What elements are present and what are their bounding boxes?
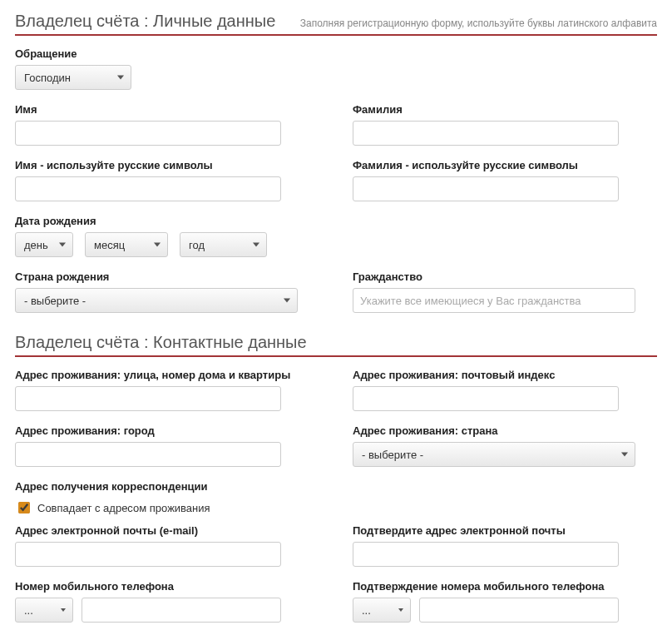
last-name-input[interactable]	[353, 121, 619, 146]
addr-street-label: Адрес проживания: улица, номер дома и кв…	[15, 369, 319, 381]
email-label: Адрес электронной почты (e-mail)	[15, 524, 319, 537]
email-input[interactable]	[15, 542, 281, 567]
salutation-value: Господин	[24, 72, 71, 84]
chevron-down-icon	[61, 608, 66, 612]
mailing-label: Адрес получения корреспонденции	[15, 480, 657, 493]
addr-zip-input[interactable]	[353, 386, 619, 411]
last-name-label: Фамилия	[353, 103, 657, 116]
section-personal-header: Владелец счёта : Личные данные Заполняя …	[15, 12, 657, 36]
dob-label: Дата рождения	[15, 215, 657, 227]
addr-city-input[interactable]	[15, 442, 281, 467]
dob-month-select[interactable]: месяц	[85, 232, 168, 257]
dob-day-value: день	[24, 239, 48, 251]
birth-country-value: - выберите -	[24, 295, 86, 307]
citizenship-input[interactable]	[353, 288, 635, 313]
chevron-down-icon	[621, 453, 628, 457]
birth-country-label: Страна рождения	[15, 270, 319, 283]
dob-day-select[interactable]: день	[15, 232, 73, 257]
last-name-ru-input[interactable]	[353, 176, 619, 201]
phone-code-value: ...	[24, 604, 33, 617]
phone-confirm-code-value: ...	[362, 604, 371, 617]
mailing-same-checkbox[interactable]	[18, 502, 30, 513]
citizenship-label: Гражданство	[353, 270, 657, 283]
first-name-label: Имя	[15, 103, 319, 116]
first-name-input[interactable]	[15, 121, 281, 146]
phone-confirm-code-select[interactable]: ...	[353, 598, 411, 623]
mailing-same-label: Совпадает с адресом проживания	[37, 502, 210, 514]
salutation-label: Обращение	[15, 47, 657, 60]
chevron-down-icon	[284, 299, 290, 303]
phone-code-select[interactable]: ...	[15, 598, 73, 623]
first-name-ru-input[interactable]	[15, 176, 281, 201]
addr-street-input[interactable]	[15, 386, 281, 411]
dob-month-value: месяц	[94, 239, 125, 251]
email-confirm-label: Подтвердите адрес электронной почты	[353, 524, 657, 537]
chevron-down-icon	[253, 243, 259, 247]
phone-confirm-label: Подтверждение номера мобильного телефона	[353, 580, 657, 593]
dob-year-select[interactable]: год	[180, 232, 267, 257]
addr-city-label: Адрес проживания: город	[15, 424, 319, 437]
addr-zip-label: Адрес проживания: почтовый индекс	[353, 369, 657, 381]
section-personal-hint: Заполняя регистрационную форму, использу…	[300, 17, 657, 29]
chevron-down-icon	[154, 243, 161, 247]
chevron-down-icon	[117, 76, 124, 80]
salutation-select[interactable]: Господин	[15, 65, 131, 90]
phone-input[interactable]	[82, 598, 281, 623]
phone-confirm-input[interactable]	[419, 598, 619, 623]
addr-country-select[interactable]: - выберите -	[353, 442, 635, 467]
last-name-ru-label: Фамилия - используйте русские символы	[353, 159, 657, 171]
addr-country-value: - выберите -	[362, 449, 423, 461]
section-contact-title: Владелец счёта : Контактные данные	[15, 333, 307, 352]
phone-label: Номер мобильного телефона	[15, 580, 319, 593]
addr-country-label: Адрес проживания: страна	[353, 424, 657, 437]
chevron-down-icon	[59, 243, 66, 247]
dob-year-value: год	[189, 239, 205, 251]
section-contact-header: Владелец счёта : Контактные данные	[15, 333, 657, 357]
birth-country-select[interactable]: - выберите -	[15, 288, 298, 313]
email-confirm-input[interactable]	[353, 542, 619, 567]
section-personal-title: Владелец счёта : Личные данные	[15, 12, 275, 31]
chevron-down-icon	[398, 608, 403, 612]
first-name-ru-label: Имя - используйте русские символы	[15, 159, 319, 171]
